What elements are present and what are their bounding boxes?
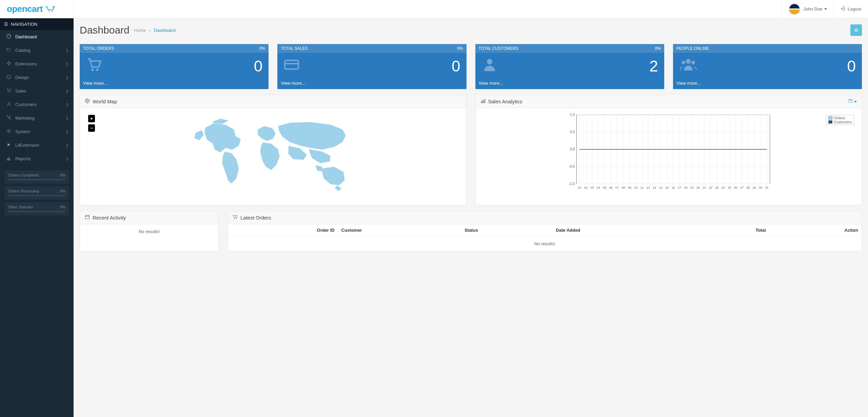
sidebar-item-dashboard[interactable]: Dashboard (0, 30, 74, 43)
nav: DashboardCatalog❯Extensions❯Design❯Sales… (0, 30, 74, 166)
world-map-title: World Map (93, 99, 117, 104)
catalog-icon (5, 47, 13, 53)
svg-text:14: 14 (659, 186, 662, 189)
sidebar-item-label: Reports (15, 156, 31, 161)
tile-view-more[interactable]: View more... (676, 81, 701, 86)
sidebar-item-label: Marketing (15, 116, 35, 121)
calendar-icon (848, 99, 854, 104)
chart-legend: Orders Customers (826, 115, 854, 125)
logout-button[interactable]: Logout (834, 0, 868, 18)
sidebar-item-system[interactable]: System❯ (0, 125, 74, 138)
tile-value: 2 (649, 57, 658, 75)
latest-orders-table: Order IDCustomerStatusDate AddedTotalAct… (228, 224, 862, 251)
caret-down-icon (854, 101, 857, 103)
breadcrumb: Home › Dashboard (134, 28, 176, 33)
svg-text:18: 18 (684, 186, 687, 189)
sidebar-item-sales[interactable]: Sales❯ (0, 84, 74, 98)
svg-point-7 (8, 102, 9, 104)
tile-title: TOTAL ORDERS (83, 46, 114, 51)
map-zoom-out[interactable]: − (88, 124, 95, 132)
chevron-right-icon: ❯ (66, 116, 68, 120)
analytics-chart[interactable]: -1.0-0.50.00.51.001020304050607080910111… (480, 113, 857, 191)
tile-view-more[interactable]: View more... (479, 81, 503, 86)
sidebar-item-label: Catalog (15, 48, 31, 53)
svg-point-19 (691, 61, 695, 64)
chevron-right-icon: ❯ (66, 143, 68, 147)
world-map-panel: World Map + − (80, 95, 467, 205)
logo[interactable]: opencart (0, 0, 74, 18)
svg-text:17: 17 (677, 186, 681, 189)
svg-text:19: 19 (690, 186, 693, 189)
tile-view-more[interactable]: View more... (281, 81, 305, 86)
sidebar-item-customers[interactable]: Customers❯ (0, 98, 74, 111)
nav-title: ☰ NAVIGATION (0, 18, 74, 30)
svg-text:22: 22 (709, 186, 712, 189)
sidebar-item-label: System (15, 129, 30, 134)
tile-value: 0 (847, 57, 856, 75)
logout-label: Logout (848, 6, 861, 12)
chevron-right-icon: ❯ (66, 157, 68, 161)
dashboard-icon (5, 34, 13, 40)
svg-text:27: 27 (740, 186, 743, 189)
sidebar-item-litextension[interactable]: LitExtension❯ (0, 139, 74, 152)
logo-text: opencart (7, 4, 43, 14)
svg-text:15: 15 (665, 186, 669, 189)
breadcrumb-home[interactable]: Home (134, 28, 146, 33)
svg-point-18 (682, 61, 685, 64)
svg-point-5 (8, 92, 8, 92)
sales-icon (5, 88, 13, 94)
username: John Doe (804, 6, 823, 12)
svg-text:09: 09 (628, 186, 631, 189)
sidebar-item-label: Extensions (15, 61, 37, 66)
litextension-icon (5, 142, 13, 148)
tile-icon (679, 56, 697, 76)
sidebar-item-reports[interactable]: Reports❯ (0, 152, 74, 165)
sidebar-item-design[interactable]: Design❯ (0, 71, 74, 84)
svg-text:-1.0: -1.0 (569, 182, 575, 186)
svg-text:24: 24 (721, 186, 725, 189)
svg-text:0.5: 0.5 (570, 130, 575, 134)
map-zoom-in[interactable]: + (88, 115, 95, 122)
tile-icon (283, 56, 300, 76)
tile-value: 0 (452, 57, 460, 75)
user-menu[interactable]: John Doe (782, 0, 834, 18)
sidebar-item-label: Design (15, 75, 29, 80)
svg-text:21: 21 (703, 186, 706, 189)
settings-button[interactable]: ⚙ (850, 24, 862, 36)
table-header: Order ID (228, 224, 338, 236)
table-header: Action (769, 224, 862, 236)
svg-rect-15 (285, 60, 298, 69)
svg-text:25: 25 (728, 186, 731, 189)
reports-icon (5, 156, 13, 162)
header: opencart John Doe Logout (0, 0, 868, 18)
sidebar: ☰ NAVIGATION DashboardCatalog❯Extensions… (0, 18, 74, 417)
chevron-right-icon: ❯ (66, 89, 68, 93)
svg-text:05: 05 (603, 186, 606, 189)
svg-text:06: 06 (609, 186, 612, 189)
marketing-icon (5, 115, 13, 121)
sidebar-item-catalog[interactable]: Catalog❯ (0, 44, 74, 57)
hamburger-icon: ☰ (4, 22, 8, 27)
chevron-right-icon: ❯ (66, 76, 68, 79)
svg-rect-95 (85, 215, 89, 219)
stat-tile: PEOPLE ONLINE0View more... (673, 44, 862, 89)
svg-text:11: 11 (640, 186, 644, 189)
sidebar-item-marketing[interactable]: Marketing❯ (0, 111, 74, 125)
sales-analytics-panel: Sales Analytics -1.0-0.50.00.51.00102030… (475, 95, 862, 205)
svg-rect-21 (849, 99, 852, 102)
design-icon (5, 75, 13, 80)
analytics-date-picker[interactable] (848, 99, 857, 104)
tile-view-more[interactable]: View more... (83, 81, 107, 86)
svg-point-17 (686, 59, 691, 64)
world-map[interactable] (188, 116, 358, 197)
breadcrumb-current[interactable]: Dashboard (154, 28, 176, 33)
sidebar-item-extensions[interactable]: Extensions❯ (0, 57, 74, 70)
stat-tile: TOTAL CUSTOMERS0%2View more... (475, 44, 664, 89)
sidebar-item-label: Customers (15, 102, 37, 107)
caret-down-icon (824, 8, 827, 10)
svg-text:31: 31 (765, 186, 768, 189)
svg-point-6 (10, 92, 11, 92)
svg-text:26: 26 (734, 186, 737, 189)
extensions-icon (5, 61, 13, 67)
svg-text:02: 02 (584, 186, 587, 189)
